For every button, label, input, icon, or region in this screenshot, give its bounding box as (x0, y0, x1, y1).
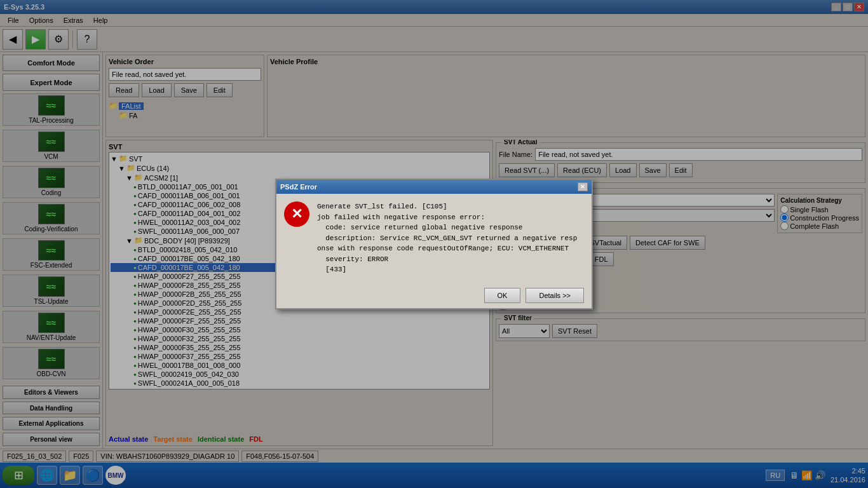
modal-body: ✕ Generate SVT_lst failed. [C105] job fa… (276, 194, 592, 283)
modal-ok-button[interactable]: OK (484, 288, 521, 303)
modal-title: PSdZ Error (280, 183, 317, 191)
modal-details-button[interactable]: Details >> (526, 288, 584, 303)
modal-message: Generate SVT_lst failed. [C105] job fail… (317, 201, 584, 275)
error-icon: ✕ (284, 201, 309, 227)
modal-footer: OK Details >> (276, 283, 592, 308)
psdz-error-dialog: PSdZ Error ✕ ✕ Generate SVT_lst failed. … (275, 179, 593, 309)
modal-overlay: PSdZ Error ✕ ✕ Generate SVT_lst failed. … (0, 0, 868, 488)
modal-close-button[interactable]: ✕ (578, 182, 588, 191)
modal-title-bar: PSdZ Error ✕ (276, 180, 592, 194)
